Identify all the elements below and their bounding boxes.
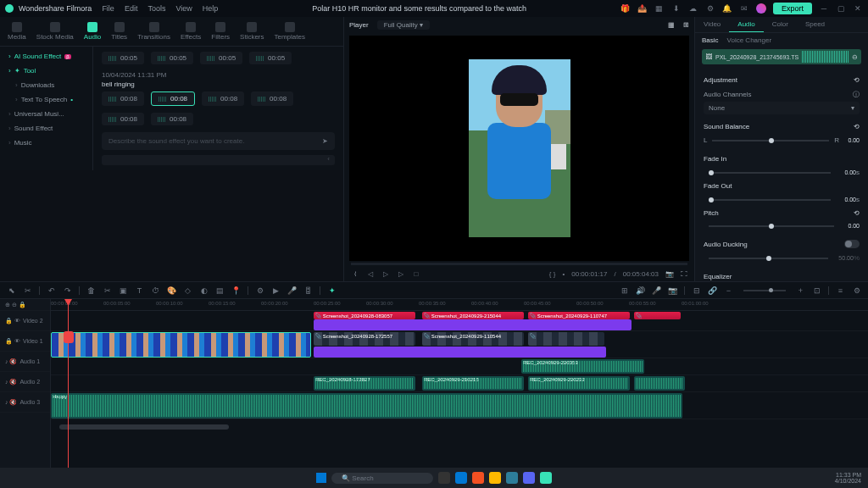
bell-icon[interactable]: 🔔 — [722, 3, 732, 14]
avatar[interactable] — [756, 3, 766, 14]
tab-speed[interactable]: Speed — [797, 17, 833, 32]
settings-icon[interactable]: ⚙ — [852, 286, 861, 295]
menu-file[interactable]: File — [102, 4, 114, 13]
list-icon[interactable]: ≡ — [836, 286, 845, 295]
keyframe-icon[interactable]: ◇ — [183, 286, 192, 295]
delete-icon[interactable]: 🗑 — [86, 286, 96, 295]
file-strip[interactable]: 🖼 PXL_20240928_213745693.TS ⊖ — [702, 49, 861, 64]
quality-dropdown[interactable]: Full Quality ▾ — [377, 20, 430, 30]
mediatab-transitions[interactable]: Transitions — [135, 20, 173, 42]
reset-icon[interactable]: ⟲ — [854, 76, 860, 84]
horizontal-scrollbar[interactable] — [59, 424, 229, 430]
settings-icon[interactable]: ⚙ — [705, 3, 715, 14]
mail-icon[interactable]: ✉ — [739, 3, 749, 14]
ai-icon[interactable]: ✦ — [327, 286, 337, 295]
clip-audio[interactable] — [634, 376, 685, 391]
clip-screenshot[interactable]: 📎 Screenshot_20240929-110747 — [528, 312, 630, 319]
clip-video[interactable]: 📎 Screenshot_20240929-110544 — [422, 332, 524, 346]
split-icon[interactable]: ✂ — [103, 286, 112, 295]
redo-icon[interactable]: ↷ — [63, 286, 72, 295]
link-icon[interactable]: 🔗 — [708, 286, 717, 295]
reset-icon[interactable]: ⟲ — [854, 209, 860, 217]
maximize-icon[interactable]: ▢ — [836, 3, 846, 14]
remove-icon[interactable]: ⊖ — [852, 53, 858, 61]
tool-icon[interactable]: ✂ — [23, 286, 32, 295]
menu-edit[interactable]: Edit — [125, 4, 138, 13]
fit-icon[interactable]: ⊡ — [812, 286, 821, 295]
mediatab-effects[interactable]: Effects — [178, 20, 203, 42]
video-preview[interactable] — [349, 36, 689, 261]
gift-icon[interactable]: 🎁 — [620, 3, 631, 14]
clip-screenshot[interactable]: 📎 Screenshot_20240929-215044 — [422, 312, 524, 319]
grid-icon[interactable]: ⊞ — [683, 21, 689, 29]
close-icon[interactable]: ✕ — [853, 3, 863, 14]
clip-audio-happy[interactable]: Happy — [51, 393, 682, 419]
clip-screenshot[interactable]: 📎 Screenshot_20240928-083057 — [314, 312, 415, 319]
sound-chip-selected[interactable]: 00:08 — [151, 92, 195, 106]
layout-icon[interactable]: ▦ — [668, 21, 675, 29]
sidebar-universal[interactable]: Universal Musi... — [0, 107, 92, 121]
next-icon[interactable]: ▷ — [397, 270, 405, 278]
zoom-slider[interactable] — [743, 290, 786, 291]
clip-audio[interactable]: REC_20240929-220353 — [521, 359, 644, 374]
sidebar-sound-effect[interactable]: Sound Effect — [0, 121, 92, 136]
playhead[interactable] — [68, 299, 69, 468]
cut-marker[interactable] — [64, 331, 74, 343]
prev-icon[interactable]: ◁ — [366, 270, 375, 278]
text-icon[interactable]: T — [135, 286, 144, 295]
sound-chip[interactable]: 00:08 — [151, 113, 193, 125]
zoom-out-icon[interactable]: − — [724, 286, 733, 295]
sidebar-tool[interactable]: ✦ Tool — [0, 64, 92, 78]
group-icon[interactable]: ⊞ — [620, 286, 629, 295]
taskbar-clock[interactable]: 11:33 PM4/10/2024 — [835, 472, 861, 484]
info-icon[interactable]: ⓘ — [853, 90, 860, 99]
track-video2[interactable]: 🔒 👁 Video 2 — [0, 311, 50, 331]
taskbar-app[interactable] — [489, 472, 501, 484]
mediatab-stickers[interactable]: Stickers — [237, 20, 266, 42]
subtab-basic[interactable]: Basic — [702, 36, 719, 44]
clip-audio[interactable]: REC_20240929-220232 — [528, 376, 630, 391]
mark-in-icon[interactable]: • — [562, 270, 565, 278]
snapshot-icon[interactable]: 📷 — [665, 270, 674, 278]
send-icon[interactable]: 📤 — [637, 3, 648, 14]
taskbar-app[interactable] — [506, 472, 518, 484]
menu-view[interactable]: View — [175, 4, 192, 13]
sound-chip[interactable]: 00:05 — [151, 52, 193, 64]
mix-icon[interactable]: 🎛 — [303, 286, 313, 295]
zoom-in-icon[interactable]: + — [796, 286, 805, 295]
minimize-icon[interactable]: ─ — [819, 3, 829, 14]
undo-icon[interactable]: ↶ — [47, 286, 56, 295]
crop-icon[interactable]: ▣ — [119, 286, 128, 295]
fadeout-slider[interactable] — [709, 199, 831, 201]
grid-icon[interactable]: ▦ — [654, 3, 665, 14]
mediatab-media[interactable]: Media — [5, 20, 29, 42]
taskbar-app[interactable] — [438, 472, 450, 484]
voice-icon[interactable]: 🎤 — [287, 286, 297, 295]
fullscreen-icon[interactable]: ⛶ — [681, 270, 687, 278]
panel-collapse[interactable]: ‹ — [102, 155, 335, 165]
mask-icon[interactable]: ◐ — [199, 286, 209, 295]
tab-video[interactable]: Video — [695, 17, 729, 32]
track-audio1[interactable]: ♪ 🔇 Audio 1 — [0, 352, 50, 372]
stop-icon[interactable]: □ — [412, 270, 420, 278]
sound-chip[interactable]: 00:05 — [102, 52, 144, 64]
track-icon[interactable]: ▤ — [215, 286, 225, 295]
ducking-slider[interactable] — [709, 258, 828, 259]
windows-start-icon[interactable] — [316, 473, 326, 483]
clip-audio[interactable]: REC_20240928-172827 — [314, 376, 415, 391]
sound-chip[interactable]: 00:08 — [102, 113, 144, 125]
audio-icon[interactable]: 🔊 — [636, 286, 645, 295]
tab-color[interactable]: Color — [764, 17, 797, 32]
sidebar-downloads[interactable]: Downloads — [0, 78, 92, 92]
clip-screenshot[interactable]: 📎 — [634, 312, 681, 319]
tab-audio[interactable]: Audio — [729, 17, 763, 32]
sidebar-ai-sound-effect[interactable]: AI Sound Effectβ — [0, 49, 92, 64]
cam-icon[interactable]: 📷 — [668, 286, 677, 295]
export-button[interactable]: Export — [773, 3, 812, 14]
render-icon[interactable]: ▶ — [271, 286, 281, 295]
subtab-voice-changer[interactable]: Voice Changer — [727, 36, 771, 44]
adjust-icon[interactable]: ⚙ — [255, 286, 264, 295]
pointer-icon[interactable]: ⬉ — [7, 286, 16, 295]
timeline-ruler[interactable]: 00:00:00:0000:00:05:0000:00:10:0000:00:1… — [51, 299, 868, 311]
balance-slider[interactable] — [712, 140, 829, 141]
